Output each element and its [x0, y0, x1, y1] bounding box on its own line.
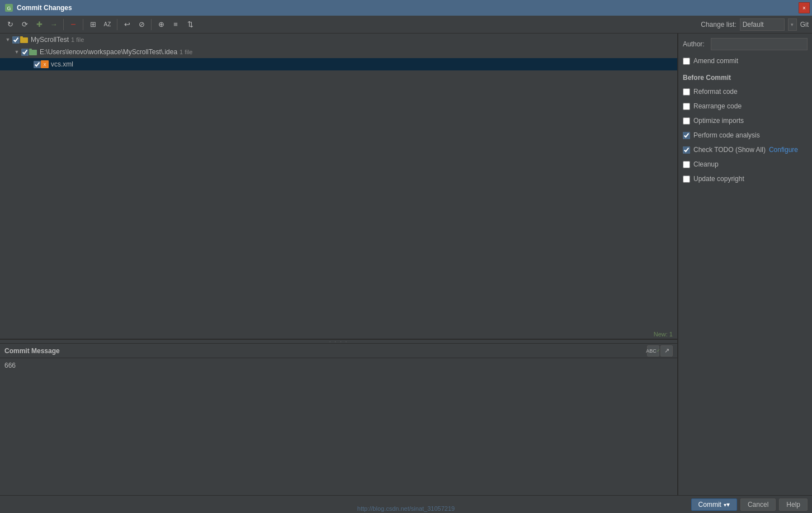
- new-counter: New: 1: [0, 330, 677, 339]
- option-optimize-row: Optimize imports: [683, 115, 808, 126]
- right-panel: Author: Amend commit Before Commit Refor…: [678, 34, 812, 513]
- commit-text-content: 666: [0, 358, 677, 498]
- amend-checkbox[interactable]: [683, 58, 690, 65]
- rearrange-code-label: Rearrange code: [693, 102, 742, 110]
- amend-label: Amend commit: [693, 57, 738, 65]
- author-input[interactable]: [711, 38, 808, 50]
- subfolder-arrow: [13, 49, 20, 55]
- left-panel: MyScrollTest 1 file E:\Users\lenovo\work…: [0, 34, 678, 513]
- group-btn[interactable]: ⊞: [86, 18, 100, 31]
- cancel-button[interactable]: Cancel: [740, 498, 776, 511]
- subfolder-checkbox[interactable]: [21, 49, 29, 56]
- commit-message-area: Commit Message ABC✓ ↗ 666: [0, 344, 677, 498]
- amend-row: Amend commit: [683, 57, 808, 65]
- perform-analysis-checkbox[interactable]: [683, 132, 690, 139]
- changelist-input[interactable]: [740, 18, 785, 31]
- toolbar: ↻ ⟳ ✚ → − ⊞ AZ ↩ ⊘ ⊕ ≡ ⇅ Change list: ▾ …: [0, 16, 812, 34]
- option-copyright-row: Update copyright: [683, 173, 808, 184]
- add-btn[interactable]: ✚: [32, 18, 46, 31]
- expand-btn[interactable]: ⊕: [154, 18, 168, 31]
- option-cleanup-row: Cleanup: [683, 159, 808, 170]
- spell-check-btn[interactable]: ABC✓: [647, 345, 659, 357]
- update-copyright-label: Update copyright: [693, 175, 744, 183]
- sort-btn[interactable]: ⇅: [183, 18, 197, 31]
- bottom-bar: http://blog.csdn.net/sinat_31057219 Comm…: [0, 495, 812, 513]
- file-label: vcs.xml: [51, 60, 73, 68]
- check-todo-label: Check TODO (Show All): [693, 146, 766, 154]
- option-analysis-row: Perform code analysis: [683, 130, 808, 141]
- reformat-code-label: Reformat code: [693, 88, 738, 96]
- update-btn[interactable]: ⟳: [18, 18, 31, 31]
- commit-message-header: Commit Message ABC✓ ↗: [0, 344, 677, 358]
- reformat-code-checkbox[interactable]: [683, 88, 690, 96]
- watermark: http://blog.csdn.net/sinat_31057219: [0, 505, 812, 513]
- changelist-area: Change list: ▾ Git: [701, 18, 809, 31]
- check-todo-checkbox[interactable]: [683, 146, 690, 154]
- recent-messages-btn[interactable]: ↗: [660, 345, 673, 357]
- commit-message-title: Commit Message: [4, 347, 60, 355]
- changelist-dropdown[interactable]: ▾: [788, 18, 797, 31]
- sort-alpha-btn[interactable]: AZ: [101, 18, 114, 31]
- root-count: 1 file: [71, 36, 84, 43]
- root-checkbox[interactable]: [12, 36, 20, 44]
- refresh-vcs-btn[interactable]: ↻: [3, 18, 17, 31]
- diff-btn[interactable]: ⊘: [135, 18, 148, 31]
- root-arrow: [4, 36, 11, 43]
- undo-btn[interactable]: ↩: [120, 18, 134, 31]
- subfolder-icon: [29, 48, 37, 56]
- git-label: Git: [800, 21, 809, 28]
- close-button[interactable]: ×: [799, 2, 810, 13]
- title-bar: G Commit Changes ×: [0, 0, 812, 16]
- file-checkbox[interactable]: [34, 61, 41, 68]
- option-rearrange-row: Rearrange code: [683, 101, 808, 112]
- file-tree: MyScrollTest 1 file E:\Users\lenovo\work…: [0, 34, 677, 330]
- svg-rect-4: [20, 36, 23, 38]
- optimize-imports-checkbox[interactable]: [683, 117, 690, 125]
- window-title: Commit Changes: [17, 4, 72, 12]
- move-btn[interactable]: →: [47, 18, 60, 31]
- toolbar-sep-4: [151, 19, 152, 30]
- commit-dropdown-icon: ▾: [724, 501, 730, 509]
- author-label: Author:: [683, 40, 707, 48]
- svg-rect-5: [29, 50, 37, 55]
- root-label: MyScrollTest: [31, 36, 69, 44]
- commit-button[interactable]: Commit ▾: [691, 498, 737, 511]
- subfolder-label: E:\Users\lenovo\workspace\MyScrollTest\.…: [40, 48, 177, 56]
- option-todo-row: Check TODO (Show All) Configure: [683, 144, 808, 155]
- minus-btn[interactable]: −: [67, 18, 80, 31]
- xml-file-icon: X: [41, 60, 49, 68]
- tree-subfolder-item[interactable]: E:\Users\lenovo\workspace\MyScrollTest\.…: [0, 46, 677, 58]
- perform-analysis-label: Perform code analysis: [693, 131, 760, 139]
- resize-handle-1[interactable]: · · · ·: [0, 339, 677, 344]
- configure-link[interactable]: Configure: [769, 146, 798, 154]
- commit-message-text: 666: [4, 362, 16, 369]
- app-icon: G: [4, 3, 13, 12]
- author-row: Author:: [683, 38, 808, 50]
- option-reformat-row: Reformat code: [683, 86, 808, 97]
- help-button[interactable]: Help: [779, 498, 808, 511]
- rearrange-code-checkbox[interactable]: [683, 103, 690, 110]
- commit-message-tools: ABC✓ ↗: [647, 345, 673, 357]
- main-container: MyScrollTest 1 file E:\Users\lenovo\work…: [0, 34, 812, 513]
- root-folder-icon: [20, 35, 29, 44]
- subfolder-count: 1 file: [180, 49, 192, 55]
- tree-root-item[interactable]: MyScrollTest 1 file: [0, 34, 677, 46]
- commit-label: Commit: [698, 501, 721, 509]
- toolbar-sep-1: [63, 19, 64, 30]
- before-commit-title: Before Commit: [683, 74, 808, 82]
- changelist-label: Change list:: [701, 21, 736, 28]
- toolbar-sep-3: [117, 19, 117, 30]
- update-copyright-checkbox[interactable]: [683, 175, 690, 183]
- cleanup-label: Cleanup: [693, 160, 719, 168]
- toolbar-sep-2: [83, 19, 83, 30]
- optimize-imports-label: Optimize imports: [693, 117, 744, 125]
- svg-text:G: G: [7, 6, 11, 11]
- file-item-vcs[interactable]: X vcs.xml: [0, 58, 677, 70]
- cleanup-checkbox[interactable]: [683, 161, 690, 168]
- svg-rect-6: [29, 49, 32, 50]
- filter-btn[interactable]: ≡: [169, 18, 182, 31]
